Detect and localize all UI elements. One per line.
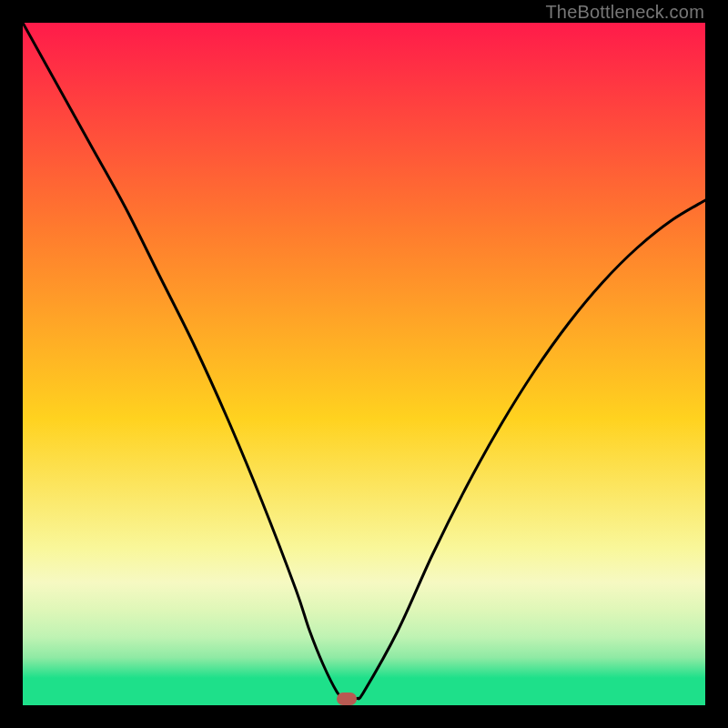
bottleneck-curve <box>23 23 705 705</box>
watermark-text: TheBottleneck.com <box>545 2 704 23</box>
chart-frame: TheBottleneck.com <box>0 0 728 728</box>
minimum-marker <box>337 693 357 705</box>
plot-area <box>23 23 705 705</box>
